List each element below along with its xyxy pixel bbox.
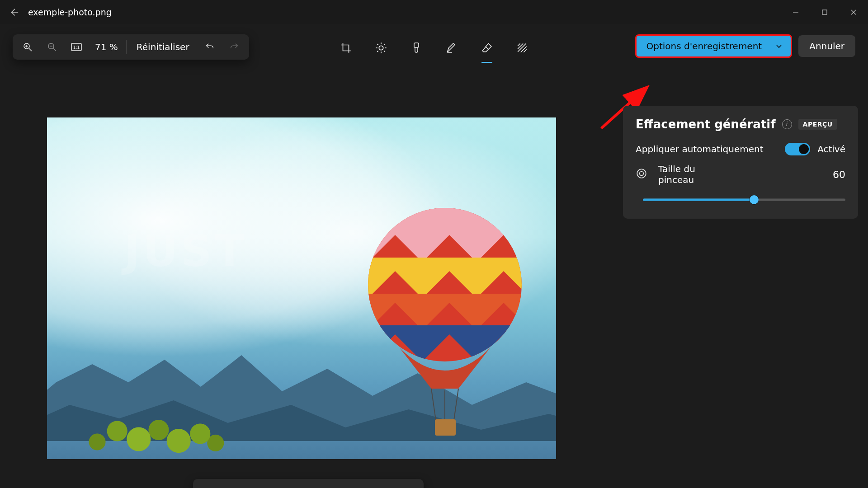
eraser-icon [481,42,493,54]
fit-screen-icon: 1:1 [71,42,82,52]
auto-apply-label: Appliquer automatiquement [636,144,764,155]
maximize-icon [821,9,828,15]
svg-line-21 [384,44,385,45]
edit-tool-tabs [335,34,533,61]
zoom-in-icon [22,42,33,52]
zoom-percent[interactable]: 71 % [89,42,124,52]
brush-size-row: Taille du pinceau 60 [636,164,845,185]
svg-line-19 [384,51,385,52]
window-controls [781,0,868,24]
maximize-button[interactable] [810,0,839,24]
svg-line-28 [454,389,458,420]
toast: Zone ou objet effacé. [193,479,424,488]
back-button[interactable] [0,0,28,24]
svg-rect-22 [414,43,419,47]
tool-crop[interactable] [335,34,357,61]
crop-icon [340,42,352,54]
arrow-left-icon [9,7,19,17]
minimize-icon [792,9,799,16]
svg-point-33 [637,169,646,178]
zoom-out-button[interactable] [40,36,64,58]
tool-filter[interactable] [406,34,427,61]
svg-line-5 [29,48,32,51]
redo-icon [229,42,239,52]
minimize-button[interactable] [781,0,810,24]
svg-line-9 [53,48,56,51]
divider [126,40,127,54]
zoom-out-icon [47,42,57,52]
filter-brush-icon [411,42,422,54]
brush-size-slider[interactable] [643,195,845,204]
tool-adjust[interactable] [370,34,392,61]
brush-size-value: 60 [833,169,845,180]
image-canvas[interactable]: JUST [47,117,556,459]
save-options-label: Options d'enregistrement [646,41,762,52]
preview-badge: APERÇU [798,119,837,130]
tool-erase[interactable] [476,34,498,61]
image-bush [74,409,228,459]
svg-point-34 [640,172,644,176]
close-button[interactable] [839,0,868,24]
undo-icon [205,42,215,52]
tool-bgremove[interactable] [511,34,533,61]
save-options-button[interactable]: Options d'enregistrement [635,34,793,58]
auto-apply-row: Appliquer automatiquement Activé [636,143,845,155]
image-balloon [363,208,526,452]
target-icon [636,168,648,181]
brush-size-label: Taille du pinceau [658,164,708,185]
svg-rect-29 [435,419,456,436]
pen-icon [446,42,458,54]
auto-apply-toggle[interactable] [785,143,810,155]
zoom-in-button[interactable] [15,36,40,58]
cancel-button[interactable]: Annuler [798,35,855,57]
svg-line-26 [431,389,436,420]
fit-button[interactable]: 1:1 [64,36,89,58]
svg-text:1:1: 1:1 [73,45,80,50]
svg-point-13 [379,46,383,50]
panel-header: Effacement génératif i APERÇU [636,117,845,131]
close-icon [850,9,857,15]
image-watermark: JUST [124,226,247,277]
background-remove-icon [516,42,528,54]
reset-button[interactable]: Réinitialiser [128,42,198,52]
info-icon[interactable]: i [782,119,792,129]
cancel-label: Annuler [809,41,844,52]
undo-button[interactable] [198,36,222,58]
erase-panel: Effacement génératif i APERÇU Appliquer … [623,106,858,219]
main-area: JUST [0,70,868,488]
canvas-area: JUST [0,70,617,488]
panel-title: Effacement génératif [636,117,776,131]
chevron-down-icon [775,42,783,50]
zoom-toolbar: 1:1 71 % Réinitialiser [13,34,249,60]
file-title: exemple-photo.png [28,7,112,17]
redo-button[interactable] [222,36,246,58]
toolbar: 1:1 71 % Réinitialiser [0,24,868,70]
svg-line-20 [377,51,378,52]
svg-rect-1 [822,10,827,14]
toggle-state: Activé [817,144,845,155]
title-bar: exemple-photo.png [0,0,868,24]
tool-markup[interactable] [441,34,462,61]
brightness-icon [375,42,387,54]
svg-line-18 [377,44,378,45]
action-buttons: Options d'enregistrement Annuler [635,34,856,58]
